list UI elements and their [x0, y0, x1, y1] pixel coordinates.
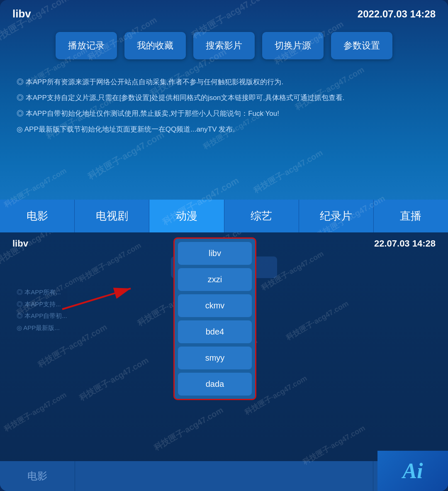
svg-line-1: [62, 288, 131, 309]
red-arrow-icon: [58, 282, 141, 315]
bottom-cat-spacer: [75, 461, 374, 491]
switch-source-button[interactable]: 切换片源: [262, 32, 324, 59]
datetime: 2022.07.03 14:28: [358, 8, 436, 20]
cat-anime[interactable]: 动漫: [149, 200, 224, 232]
dropdown-item-ckmv[interactable]: ckmv: [178, 294, 252, 317]
bottom-datetime: 22.07.03 14:28: [374, 238, 436, 249]
dropdown-item-libv[interactable]: libv: [178, 242, 252, 265]
playback-button[interactable]: 播放记录: [56, 32, 117, 59]
cat-tv[interactable]: 电视剧: [75, 200, 149, 232]
ai-badge: Ai: [377, 451, 448, 491]
cat-variety[interactable]: 综艺: [224, 200, 299, 232]
category-bar: 电影 电视剧 动漫 综艺 纪录片 直播: [0, 200, 448, 232]
info-section: ◎ 本APP所有资源来源于网络公开站点自动采集,作者不参与任何触犯影视版权的行为…: [0, 67, 448, 147]
dropdown-panel: libv zxzi ckmv bde4 smyy dada: [173, 237, 256, 400]
info-line-3: ◎ 本APP自带初始化地址仅作测试使用,禁止贩卖,对于那些小人只能说句：Fuck…: [17, 107, 431, 121]
nav-buttons: 播放记录 我的收藏 搜索影片 切换片源 参数设置: [0, 24, 448, 67]
cat-live[interactable]: 直播: [374, 200, 448, 232]
info-line-1: ◎ 本APP所有资源来源于网络公开站点自动采集,作者不参与任何触犯影视版权的行为…: [17, 75, 431, 89]
dropdown-item-bde4[interactable]: bde4: [178, 320, 252, 343]
settings-button[interactable]: 参数设置: [331, 32, 392, 59]
search-button[interactable]: 搜索影片: [193, 32, 255, 59]
cat-documentary[interactable]: 纪录片: [299, 200, 374, 232]
bottom-title: libv: [12, 238, 28, 249]
top-header: libv 2022.07.03 14:28: [0, 0, 448, 24]
dropdown-item-zxzi[interactable]: zxzi: [178, 268, 252, 291]
info-line-2: ◎ 本APP支持自定义片源,只需在[参数设置]处提供相同格式的json文本链接即…: [17, 91, 431, 105]
dropdown-item-dada[interactable]: dada: [178, 373, 252, 396]
dropdown-item-smyy[interactable]: smyy: [178, 347, 252, 369]
info-line-4: ◎ APP最新版下载节初始化地址页面更新统一在QQ频道...anyTV 发布.: [17, 122, 431, 137]
app-title: libv: [12, 7, 31, 20]
bottom-cat-movie[interactable]: 电影: [0, 461, 75, 491]
favorites-button[interactable]: 我的收藏: [124, 32, 186, 59]
screen-top: 科技匣子·acg47.com 科技匣子·acg47.com 科技匣子·acg47…: [0, 0, 448, 232]
cat-movie[interactable]: 电影: [0, 200, 75, 232]
ai-label: Ai: [402, 459, 423, 483]
arrow-container: [58, 282, 141, 317]
